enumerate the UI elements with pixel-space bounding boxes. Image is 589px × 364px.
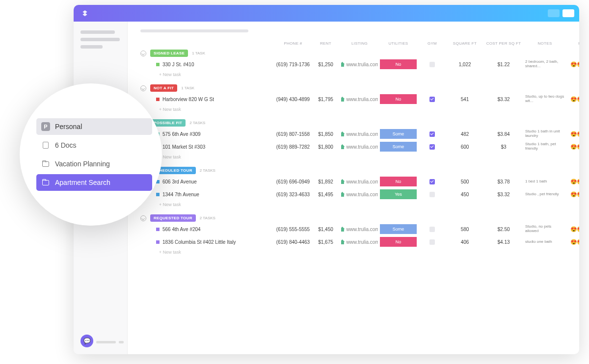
cell-rating[interactable]: 😍😍😍😍😍	[566, 61, 579, 68]
cell-listing[interactable]: www.trulia.com	[341, 144, 378, 150]
window-min-button[interactable]	[548, 9, 560, 17]
table-row[interactable]: 575 6th Ave #309 (619) 807-1558 $1,850 w…	[140, 128, 570, 140]
cell-listing[interactable]: www.trulia.com	[341, 227, 378, 232]
cell-listing[interactable]: www.trulia.com	[341, 97, 378, 102]
cell-utilities[interactable]: Yes	[380, 189, 417, 199]
status-square-icon	[156, 98, 160, 101]
cell-utilities[interactable]: No	[380, 237, 417, 247]
new-task-button[interactable]: + New task	[140, 153, 570, 161]
cell-gym[interactable]	[419, 62, 446, 67]
popover-item-vacation[interactable]: Vacation Planning	[36, 156, 152, 172]
new-task-button[interactable]: + New task	[140, 248, 570, 256]
cell-rating[interactable]: 😍😍😍😍😍	[566, 191, 579, 198]
cell-gym[interactable]	[419, 131, 446, 137]
cell-rating[interactable]: 😍😍😍😍🤖	[566, 144, 579, 150]
table-row[interactable]: 566 4th Ave #204 (619) 555-5555 $1,450 w…	[140, 223, 570, 235]
doc-icon	[43, 142, 49, 149]
task-title: 330 J St. #410	[162, 62, 194, 67]
popover-label: Apartment Search	[55, 179, 110, 186]
cell-utilities[interactable]: Some	[380, 224, 417, 234]
checkbox-icon	[429, 239, 435, 245]
table-row[interactable]: 330 J St. #410 (619) 719-1736 $1,250 www…	[140, 58, 570, 71]
table-row[interactable]: 606 3rd Avenue (619) 696-0949 $1,892 www…	[140, 175, 570, 188]
cell-phone: (619) 807-1558	[276, 131, 310, 137]
house-icon	[341, 131, 345, 136]
checkbox-icon	[429, 192, 435, 197]
task-title: 1836 Columbia St #402 Little Italy	[162, 239, 236, 245]
sidebar-placeholder	[80, 38, 120, 41]
table-row[interactable]: Harborview 820 W G St (949) 430-4899 $1,…	[140, 93, 570, 105]
house-icon	[341, 62, 345, 67]
col-sqft[interactable]: SQUARE FT	[448, 41, 482, 46]
col-phone[interactable]: PHONE #	[276, 41, 310, 46]
cell-utilities[interactable]: Some	[380, 142, 417, 152]
col-rent[interactable]: RENT	[312, 41, 339, 46]
cell-gym[interactable]	[419, 192, 446, 197]
house-icon	[341, 179, 345, 184]
popover-item-apartment[interactable]: Apartment Search	[36, 174, 152, 191]
cell-rating[interactable]: 😍😍😍😍🤖	[566, 239, 579, 245]
cell-utilities[interactable]: Some	[380, 129, 417, 139]
table-row[interactable]: 101 Market St #303 (619) 889-7282 $1,800…	[140, 140, 570, 153]
col-listing[interactable]: LISTING	[341, 41, 378, 46]
status-pill[interactable]: NOT A FIT	[150, 84, 177, 92]
new-task-button[interactable]: + New task	[140, 105, 570, 113]
window-max-button[interactable]	[562, 9, 574, 17]
task-count: 2 TASKS	[189, 121, 205, 125]
col-utilities[interactable]: UTILITIES	[380, 41, 417, 46]
cell-rent: $1,850	[312, 131, 339, 137]
cell-listing[interactable]: www.trulia.com	[341, 239, 378, 245]
collapse-icon[interactable]	[140, 51, 146, 56]
collapse-icon[interactable]	[140, 215, 146, 221]
checkbox-icon	[429, 227, 435, 232]
cell-sqft: 1,022	[448, 62, 482, 67]
cell-utilities[interactable]: No	[380, 94, 417, 104]
cell-gym[interactable]	[419, 227, 446, 232]
cell-listing[interactable]: www.trulia.com	[341, 192, 378, 197]
chat-fab[interactable]: 💬	[80, 335, 93, 347]
cell-gym[interactable]	[419, 144, 446, 150]
titlebar	[74, 5, 579, 22]
checkbox-icon	[429, 144, 435, 150]
col-cost[interactable]: COST PER SQ FT	[484, 41, 523, 46]
space-popover: P Personal 6 Docs Vacation Planning Apar…	[20, 83, 162, 226]
cell-cost: $3.84	[484, 131, 523, 137]
checkbox-icon	[429, 131, 435, 137]
task-title: 606 3rd Avenue	[162, 179, 197, 184]
house-icon	[341, 227, 345, 232]
popover-item-personal[interactable]: P Personal	[36, 118, 152, 135]
table-row[interactable]: 1344 7th Avenue (619) 323-4633 $1,495 ww…	[140, 188, 570, 201]
col-gym[interactable]: GYM	[419, 41, 446, 46]
cell-cost: $3.32	[484, 192, 523, 197]
table-row[interactable]: 1836 Columbia St #402 Little Italy (619)…	[140, 235, 570, 248]
status-pill[interactable]: SIGNED LEASE	[150, 50, 188, 57]
col-notes[interactable]: NOTES	[525, 41, 564, 46]
cell-rating[interactable]: 😍😍😍😍🤖	[566, 131, 579, 137]
new-task-button[interactable]: + New task	[140, 201, 570, 208]
cell-cost: $3	[484, 144, 523, 150]
cell-gym[interactable]	[419, 239, 446, 245]
cell-cost: $3.78	[484, 179, 523, 184]
cell-listing[interactable]: www.trulia.com	[341, 62, 378, 67]
cell-gym[interactable]	[419, 97, 446, 102]
col-rating[interactable]: RATING	[566, 41, 579, 46]
popover-item-docs[interactable]: 6 Docs	[36, 137, 152, 154]
new-task-button[interactable]: + New task	[140, 71, 570, 78]
task-title: 1344 7th Avenue	[162, 192, 199, 197]
cell-utilities[interactable]: No	[380, 59, 417, 69]
cell-phone: (619) 840-4463	[276, 239, 310, 245]
collapse-icon[interactable]	[140, 85, 146, 91]
status-square-icon	[156, 193, 160, 196]
cell-cost: $4.13	[484, 239, 523, 245]
cell-rating[interactable]: 😍😍😍😍🤖	[566, 226, 579, 233]
cell-listing[interactable]: www.trulia.com	[341, 131, 378, 137]
cell-listing[interactable]: www.trulia.com	[341, 179, 378, 184]
cell-utilities[interactable]: No	[380, 177, 417, 186]
cell-gym[interactable]	[419, 179, 446, 184]
cell-rating[interactable]: 😍😍😍😍🤖	[566, 96, 579, 103]
cell-rent: $1,250	[312, 62, 339, 67]
cell-phone: (619) 889-7282	[276, 144, 310, 150]
status-pill[interactable]: REQUESTED TOUR	[150, 214, 196, 222]
task-title: 101 Market St #303	[162, 144, 205, 150]
cell-rating[interactable]: 😍😍🤖🤖🤖	[566, 179, 579, 185]
